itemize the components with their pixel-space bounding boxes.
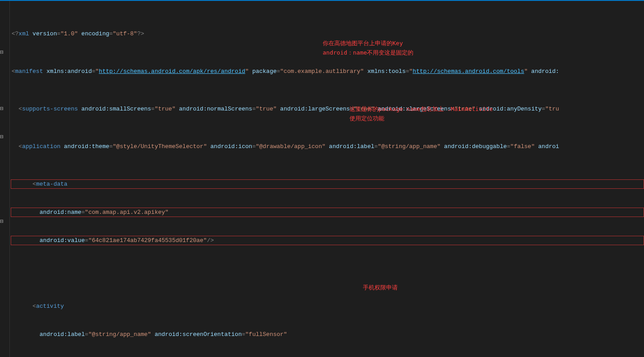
url-link[interactable]: http://schemas.android.com/apk/res/andro… bbox=[99, 68, 245, 75]
fold-icon[interactable]: ⊟ bbox=[0, 132, 4, 142]
fold-gutter: ⊟ ⊟ ⊟ ⊟ ⊟ bbox=[0, 1, 10, 357]
code-line[interactable]: <manifest xmlns:android="http://schemas.… bbox=[11, 67, 644, 76]
code-editor[interactable]: ⊟ ⊟ ⊟ ⊟ ⊟ <? bbox=[0, 1, 644, 357]
code-line[interactable]: android:label="@string/app_name" android… bbox=[11, 330, 644, 339]
fold-icon[interactable]: ⊟ bbox=[0, 217, 4, 226]
annotation-text: 你在高德地图平台上申请的Key bbox=[323, 38, 403, 48]
annotated-box-1: <meta-data bbox=[11, 179, 644, 189]
code-area[interactable]: <?xml version="1.0" encoding="utf-8"?> <… bbox=[10, 1, 644, 357]
annotation-text: 这里是你的package name包名加上 .MainActivite bbox=[349, 104, 493, 114]
annotation-text: 使用定位功能 bbox=[349, 114, 384, 123]
fold-icon[interactable]: ⊟ bbox=[0, 48, 4, 57]
fold-icon[interactable]: ⊟ bbox=[0, 104, 4, 114]
annotated-box-1: android:name="com.amap.api.v2.apikey" bbox=[11, 208, 644, 217]
url-link[interactable]: http://schemas.android.com/tools bbox=[412, 68, 524, 75]
code-line[interactable]: <activity bbox=[11, 302, 644, 311]
code-line[interactable]: <application android:theme="@style/Unity… bbox=[11, 142, 644, 151]
annotated-box-1: android:value="64c821ae174ab7429fa45535d… bbox=[11, 236, 644, 245]
annotation-text: android：name不用变这是固定的 bbox=[323, 48, 413, 57]
code-line[interactable]: <supports-screens android:smallScreens="… bbox=[11, 104, 644, 114]
annotation-text: 手机权限申请 bbox=[363, 283, 398, 292]
code-line[interactable]: <?xml version="1.0" encoding="utf-8"?> bbox=[11, 29, 644, 38]
